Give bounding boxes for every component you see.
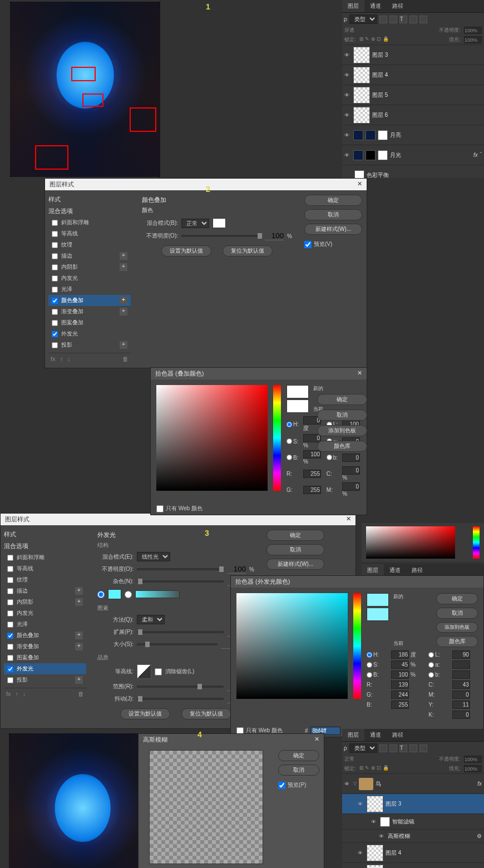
layer-filter-select[interactable]: 类型 — [349, 14, 377, 24]
hue-slider[interactable] — [273, 385, 281, 491]
r-input[interactable] — [391, 680, 409, 689]
eye-icon[interactable] — [344, 152, 351, 159]
filter-row[interactable]: 高斯模糊⚙ — [342, 829, 484, 842]
spread-slider[interactable] — [137, 631, 224, 633]
layer-row[interactable]: 图层 4 — [342, 842, 484, 862]
effect-item[interactable]: 内阴影+ — [48, 262, 131, 273]
set-default-button[interactable]: 设置为默认值 — [120, 708, 170, 719]
blend-select[interactable]: 线性光 — [137, 552, 170, 561]
smart-filter-row[interactable]: 智能滤镜 — [342, 813, 484, 829]
add-icon[interactable]: + — [120, 297, 127, 304]
blend-mode[interactable]: 穿透 — [344, 27, 354, 34]
set-default-button[interactable]: 设置为默认值 — [161, 245, 211, 257]
eye-icon[interactable] — [371, 818, 378, 825]
layer-row[interactable]: 图层 4 — [342, 862, 484, 868]
range-slider[interactable] — [137, 685, 224, 688]
add-icon[interactable]: + — [75, 598, 83, 606]
filter-icon[interactable] — [409, 16, 417, 23]
m-input[interactable] — [342, 482, 360, 491]
eye-icon[interactable] — [358, 850, 364, 856]
a-input[interactable] — [452, 660, 470, 669]
effect-item[interactable]: 纹理 — [4, 574, 86, 585]
rgb-b-input[interactable] — [391, 701, 409, 709]
anti-alias-check[interactable] — [155, 668, 162, 675]
layer-row[interactable]: 图层 4 — [342, 65, 484, 85]
blend-mode-select[interactable]: 正常 — [181, 219, 209, 228]
add-icon[interactable]: + — [120, 263, 127, 271]
add-icon[interactable]: + — [120, 252, 127, 260]
reset-default-button[interactable]: 复位为默认值 — [223, 245, 273, 257]
b-radio[interactable] — [287, 455, 292, 460]
cancel-button[interactable]: 取消 — [266, 544, 324, 555]
preview-check[interactable] — [278, 782, 285, 789]
h-input[interactable] — [391, 650, 409, 659]
h-radio[interactable] — [367, 652, 372, 658]
a-radio[interactable] — [428, 662, 434, 668]
hue-slider[interactable] — [353, 593, 361, 699]
cancel-button[interactable]: 取消 — [278, 765, 319, 776]
h-radio[interactable] — [287, 422, 292, 427]
b-input[interactable] — [391, 670, 409, 679]
size-slider[interactable] — [137, 643, 218, 645]
web-only-check[interactable] — [156, 505, 164, 512]
effect-item[interactable]: 投影+ — [48, 339, 131, 351]
cancel-button[interactable]: 取消 — [436, 608, 478, 619]
cancel-button[interactable]: 取消 — [317, 410, 367, 421]
ok-button[interactable]: 确定 — [317, 394, 367, 405]
preview-check[interactable] — [304, 241, 312, 248]
effect-item[interactable]: 纹理 — [48, 239, 131, 250]
technique-select[interactable]: 柔和 — [137, 615, 165, 624]
lab-b-input[interactable] — [342, 453, 360, 462]
c-input[interactable] — [342, 466, 360, 475]
r-input[interactable] — [303, 470, 321, 478]
tab-paths[interactable]: 路径 — [387, 729, 409, 741]
eye-icon[interactable] — [344, 52, 351, 58]
effect-item[interactable]: 等高线 — [4, 563, 86, 574]
color-lib-button[interactable]: 颜色库 — [317, 441, 367, 452]
effect-item[interactable]: 光泽 — [48, 284, 131, 295]
tab-layers[interactable]: 图层 — [342, 0, 364, 12]
effect-item[interactable]: 图案叠加 — [4, 652, 86, 663]
tab-channels[interactable]: 通道 — [364, 0, 387, 12]
add-icon[interactable]: + — [120, 308, 127, 315]
add-icon[interactable]: + — [75, 587, 83, 595]
new-style-button[interactable]: 新建样式(W)... — [304, 224, 362, 235]
eye-icon[interactable] — [344, 112, 351, 119]
lab-b-radio[interactable] — [428, 672, 434, 678]
y-input[interactable] — [452, 701, 470, 709]
cancel-button[interactable]: 取消 — [304, 209, 362, 220]
effect-item[interactable]: 斜面和浮雕 — [4, 552, 86, 563]
arrow-up-icon[interactable]: ↑ — [16, 691, 19, 697]
k-input[interactable] — [452, 711, 470, 719]
effect-item[interactable]: 颜色叠加+ — [4, 630, 86, 641]
opacity-slider[interactable] — [181, 235, 261, 237]
effect-item[interactable]: 投影+ — [4, 674, 86, 685]
ok-button[interactable]: 确定 — [278, 750, 319, 761]
effect-item[interactable]: 等高线 — [48, 228, 131, 239]
color-lib-button[interactable]: 颜色库 — [436, 636, 478, 647]
gradient-bar[interactable] — [135, 590, 180, 598]
effect-item[interactable]: 外发光 — [48, 328, 131, 339]
lab-b-input[interactable] — [452, 670, 470, 679]
trash-icon[interactable]: 🗑 — [122, 356, 129, 362]
tab-paths[interactable]: 路径 — [406, 564, 428, 576]
b-radio[interactable] — [367, 672, 372, 678]
opacity-input[interactable] — [464, 27, 482, 34]
gradient-radio[interactable] — [125, 591, 132, 598]
jitter-slider[interactable] — [137, 698, 224, 700]
color-swatch[interactable] — [213, 218, 226, 228]
eye-icon[interactable] — [358, 801, 364, 807]
add-swatch-button[interactable]: 添加到色板 — [317, 425, 367, 436]
layer-row[interactable]: 图层 5 — [342, 85, 484, 105]
effect-item[interactable]: 颜色叠加+ — [48, 295, 131, 306]
ok-button[interactable]: 确定 — [266, 530, 324, 541]
glow-color-swatch[interactable] — [108, 589, 121, 599]
add-icon[interactable]: + — [75, 676, 83, 684]
effect-item[interactable]: 描边+ — [4, 585, 86, 596]
eye-icon[interactable] — [344, 92, 351, 98]
tab-layers[interactable]: 图层 — [362, 564, 384, 576]
ok-button[interactable]: 确定 — [436, 593, 478, 604]
eye-icon[interactable] — [344, 132, 351, 139]
add-icon[interactable]: + — [75, 643, 83, 650]
effect-item[interactable]: 渐变叠加+ — [4, 641, 86, 652]
